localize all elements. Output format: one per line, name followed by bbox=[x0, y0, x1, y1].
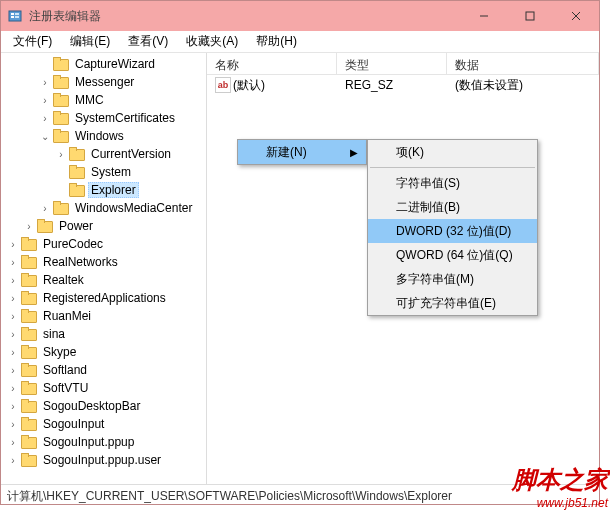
tree-node[interactable]: ›PureCodec bbox=[1, 235, 206, 253]
tree-label: Power bbox=[56, 218, 96, 234]
menubar: 文件(F) 编辑(E) 查看(V) 收藏夹(A) 帮助(H) bbox=[1, 31, 599, 53]
tree-node[interactable]: CaptureWizard bbox=[1, 55, 206, 73]
menu-separator bbox=[370, 167, 535, 168]
tree-node[interactable]: ›SoftVTU bbox=[1, 379, 206, 397]
expand-icon[interactable]: › bbox=[39, 202, 51, 214]
tree-node[interactable]: ›Power bbox=[1, 217, 206, 235]
close-button[interactable] bbox=[553, 1, 599, 31]
tree-node[interactable]: ›Realtek bbox=[1, 271, 206, 289]
sub-expand[interactable]: 可扩充字符串值(E) bbox=[368, 291, 537, 315]
menu-view[interactable]: 查看(V) bbox=[120, 30, 176, 53]
sub-binary[interactable]: 二进制值(B) bbox=[368, 195, 537, 219]
list-pane[interactable]: 名称 类型 数据 ab (默认) REG_SZ (数值未设置) 新建(N) ▶ bbox=[207, 53, 599, 484]
tree-node[interactable]: ›SogouInput.ppup.user bbox=[1, 451, 206, 469]
list-header: 名称 类型 数据 bbox=[207, 53, 599, 75]
menu-file[interactable]: 文件(F) bbox=[5, 30, 60, 53]
tree-label: RegisteredApplications bbox=[40, 290, 169, 306]
folder-icon bbox=[21, 327, 37, 341]
sub-string[interactable]: 字符串值(S) bbox=[368, 171, 537, 195]
tree-node[interactable]: ⌄Windows bbox=[1, 127, 206, 145]
expand-icon[interactable]: › bbox=[23, 220, 35, 232]
expand-icon[interactable]: › bbox=[7, 310, 19, 322]
expand-icon[interactable]: › bbox=[39, 76, 51, 88]
folder-icon bbox=[53, 129, 69, 143]
svg-rect-3 bbox=[15, 13, 19, 15]
tree-node[interactable]: Explorer bbox=[1, 181, 206, 199]
folder-icon bbox=[53, 75, 69, 89]
folder-icon bbox=[21, 381, 37, 395]
tree-node[interactable]: ›SystemCertificates bbox=[1, 109, 206, 127]
tree-label: WindowsMediaCenter bbox=[72, 200, 195, 216]
folder-icon bbox=[53, 111, 69, 125]
tree-node[interactable]: ›RegisteredApplications bbox=[1, 289, 206, 307]
expand-icon[interactable]: › bbox=[7, 364, 19, 376]
folder-icon bbox=[37, 219, 53, 233]
expand-icon[interactable]: › bbox=[7, 328, 19, 340]
tree-label: Realtek bbox=[40, 272, 87, 288]
list-row[interactable]: ab (默认) REG_SZ (数值未设置) bbox=[207, 75, 599, 95]
tree-node[interactable]: ›SogouInput.ppup bbox=[1, 433, 206, 451]
folder-icon bbox=[21, 453, 37, 467]
app-icon bbox=[7, 8, 23, 24]
window-title: 注册表编辑器 bbox=[29, 8, 461, 25]
tree-node[interactable]: ›CurrentVersion bbox=[1, 145, 206, 163]
expand-icon[interactable]: › bbox=[7, 274, 19, 286]
folder-icon bbox=[69, 183, 85, 197]
tree-node[interactable]: ›sina bbox=[1, 325, 206, 343]
folder-icon bbox=[21, 345, 37, 359]
expand-icon[interactable]: › bbox=[7, 436, 19, 448]
tree-node[interactable]: ›SogouDesktopBar bbox=[1, 397, 206, 415]
titlebar[interactable]: 注册表编辑器 bbox=[1, 1, 599, 31]
col-data[interactable]: 数据 bbox=[447, 53, 599, 74]
tree-node[interactable]: ›Softland bbox=[1, 361, 206, 379]
sub-multi[interactable]: 多字符串值(M) bbox=[368, 267, 537, 291]
col-name[interactable]: 名称 bbox=[207, 53, 337, 74]
tree-label: Windows bbox=[72, 128, 127, 144]
expand-icon[interactable]: › bbox=[7, 292, 19, 304]
menu-edit[interactable]: 编辑(E) bbox=[62, 30, 118, 53]
context-menu: 新建(N) ▶ bbox=[237, 139, 367, 165]
tree-node[interactable]: ›WindowsMediaCenter bbox=[1, 199, 206, 217]
col-type[interactable]: 类型 bbox=[337, 53, 447, 74]
tree-label: SogouDesktopBar bbox=[40, 398, 143, 414]
sub-key[interactable]: 项(K) bbox=[368, 140, 537, 164]
expand-icon[interactable]: › bbox=[7, 454, 19, 466]
tree-node[interactable]: ›Messenger bbox=[1, 73, 206, 91]
expand-icon[interactable]: › bbox=[7, 256, 19, 268]
expand-icon[interactable]: › bbox=[7, 400, 19, 412]
folder-icon bbox=[21, 417, 37, 431]
tree-node[interactable]: ›SogouInput bbox=[1, 415, 206, 433]
tree-label: System bbox=[88, 164, 134, 180]
folder-icon bbox=[53, 201, 69, 215]
tree-node[interactable]: ›RealNetworks bbox=[1, 253, 206, 271]
string-value-icon: ab bbox=[215, 77, 231, 93]
sub-qword[interactable]: QWORD (64 位)值(Q) bbox=[368, 243, 537, 267]
tree-node[interactable]: ›MMC bbox=[1, 91, 206, 109]
context-new[interactable]: 新建(N) ▶ bbox=[238, 140, 366, 164]
expand-icon[interactable]: › bbox=[39, 112, 51, 124]
tree-label: MMC bbox=[72, 92, 107, 108]
menu-favorites[interactable]: 收藏夹(A) bbox=[178, 30, 246, 53]
sub-dword[interactable]: DWORD (32 位)值(D) bbox=[368, 219, 537, 243]
maximize-button[interactable] bbox=[507, 1, 553, 31]
expand-icon[interactable]: › bbox=[7, 382, 19, 394]
expand-icon[interactable]: › bbox=[7, 418, 19, 430]
expand-icon[interactable]: › bbox=[39, 94, 51, 106]
tree-label: Skype bbox=[40, 344, 79, 360]
tree-pane[interactable]: CaptureWizard›Messenger›MMC›SystemCertif… bbox=[1, 53, 207, 484]
tree-node[interactable]: ›Skype bbox=[1, 343, 206, 361]
content-area: CaptureWizard›Messenger›MMC›SystemCertif… bbox=[1, 53, 599, 484]
tree-node[interactable]: ›RuanMei bbox=[1, 307, 206, 325]
minimize-button[interactable] bbox=[461, 1, 507, 31]
expand-icon[interactable]: › bbox=[55, 148, 67, 160]
expand-icon[interactable]: › bbox=[7, 238, 19, 250]
tree-node[interactable]: System bbox=[1, 163, 206, 181]
expand-icon[interactable]: › bbox=[7, 346, 19, 358]
statusbar: 计算机\HKEY_CURRENT_USER\SOFTWARE\Policies\… bbox=[1, 484, 599, 504]
tree-label: CurrentVersion bbox=[88, 146, 174, 162]
svg-rect-6 bbox=[526, 12, 534, 20]
tree-label: SogouInput.ppup.user bbox=[40, 452, 164, 468]
menu-help[interactable]: 帮助(H) bbox=[248, 30, 305, 53]
collapse-icon[interactable]: ⌄ bbox=[39, 130, 51, 142]
tree-label: Explorer bbox=[88, 182, 139, 198]
